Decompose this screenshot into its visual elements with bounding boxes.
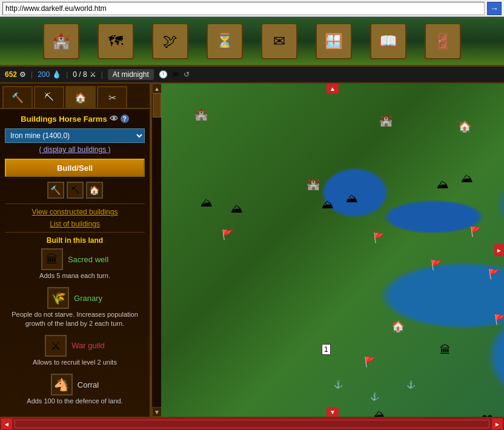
corral-name: Corral <box>78 380 99 389</box>
go-button[interactable]: → <box>487 2 502 15</box>
granary-desc: People do not starve. Increases populati… <box>5 310 145 328</box>
small-icon-pick: ⛏ <box>67 182 84 199</box>
sidebar-scrollbar: ▲ ▼ <box>151 84 161 417</box>
map-building-1[interactable]: 🏠 <box>458 120 471 133</box>
build-sell-button[interactable]: Build/Sell <box>5 159 145 177</box>
buildings-title: Buildings Horse Farms <box>21 114 107 124</box>
hscroll-track[interactable] <box>15 420 489 428</box>
tab-build[interactable]: 🔨 <box>2 86 33 108</box>
map-castle-3[interactable]: 🏰 <box>307 177 320 191</box>
tab-mine[interactable]: ⛏ <box>34 86 64 108</box>
divider-2 <box>5 232 145 233</box>
scroll-track <box>152 93 161 407</box>
castle-icon: 🏰 <box>43 23 79 59</box>
hourglass-icon: ⏳ <box>207 23 243 59</box>
war-guild-icon: ⚔ <box>45 335 67 357</box>
built-in-land-header: Built in this land <box>5 236 145 245</box>
sidebar-wrapper: 🔨 ⛏ 🏠 ✂ Buildings Horse Farms 👁 ? Iron m… <box>0 84 161 417</box>
map-flag-6[interactable]: 🚩 <box>494 314 504 325</box>
building-entry-row: 🏛 Sacred well <box>41 248 108 270</box>
small-icon-house: 🏠 <box>86 182 103 199</box>
nav-icon-castle[interactable]: 🏰 <box>40 20 82 62</box>
bird-icon: 🕊 <box>152 23 188 59</box>
url-input[interactable]: http://www.darkelf.eu/world.htm <box>2 2 485 15</box>
building-entry-war-guild: ⚔ War guild Allows to recruit level 2 un… <box>5 335 145 366</box>
nav-icon-hourglass[interactable]: ⏳ <box>204 20 246 62</box>
corral-icon: 🐴 <box>51 374 73 395</box>
map-flag-4[interactable]: 🚩 <box>470 226 482 237</box>
map-flag-7[interactable]: 🚩 <box>364 356 376 368</box>
hscroll-right-button[interactable]: ► <box>492 418 503 429</box>
building-entry-corral: 🐴 Corral Adds 100 to the defence of land… <box>5 374 145 405</box>
map-mountain-5: ⛰ <box>437 177 449 191</box>
hscroll-left-button[interactable]: ◄ <box>1 418 12 429</box>
map-scroll-up[interactable]: ▲ <box>327 84 339 93</box>
mana-value: 200 <box>38 70 50 79</box>
map-castle-5[interactable]: 🏘 <box>482 411 493 417</box>
map-area[interactable]: ▲ ► ▼ 🏰 🏰 🏰 🏠 🏘 🏙 🏛 🏠 🏠 🚩 🚩 🚩 🚩 🚩 🚩 <box>161 84 504 417</box>
clock-icon: 🕛 <box>159 70 168 79</box>
granary-icon: 🌾 <box>47 287 69 309</box>
visibility-icon[interactable]: 👁 <box>110 114 118 124</box>
map-flag-5[interactable]: 🚩 <box>488 268 500 280</box>
sacred-well-name: Sacred well <box>68 255 108 264</box>
nav-icon-book[interactable]: 📖 <box>367 20 409 62</box>
nav-icon-door[interactable]: 🚪 <box>422 20 464 62</box>
building-entry-row: ⚔ War guild <box>45 335 104 357</box>
map-scroll-right[interactable]: ► <box>494 244 504 256</box>
map-mountain-6: ⛰ <box>461 171 473 185</box>
map-mountain-7: ⛰ <box>373 408 385 417</box>
building-dropdown[interactable]: Iron mine (1400,0) Granary Sacred well W… <box>5 128 145 143</box>
nav-icon-window[interactable]: 🪟 <box>313 20 355 62</box>
help-icon[interactable]: ? <box>121 114 129 123</box>
tab-house[interactable]: 🏠 <box>65 86 96 108</box>
building-entry-row: 🐴 Corral <box>51 374 99 395</box>
tab-tools[interactable]: ✂ <box>97 86 127 108</box>
bottom-scrollbar: ◄ ► <box>0 417 504 430</box>
divider-1 <box>5 203 145 204</box>
map-anchor-1[interactable]: ⚓ <box>334 380 343 389</box>
status-bar: 652 ⚙ | 200 💧 | 0 / 8 ⚔ | At midnight 🕛 … <box>0 67 504 84</box>
list-buildings-link[interactable]: List of buildings <box>5 220 145 228</box>
scroll-down-button[interactable]: ▼ <box>152 407 162 417</box>
map-mountain-4: ⛰ <box>346 191 358 205</box>
building-entry-sacred-well: 🏛 Sacred well Adds 5 mana each turn. <box>5 248 145 280</box>
building-entry-granary: 🌾 Granary People do not starve. Increase… <box>5 287 145 328</box>
mana-icon: 💧 <box>52 70 61 79</box>
address-bar: http://www.darkelf.eu/world.htm → <box>0 0 504 17</box>
war-guild-name: War guild <box>71 341 104 350</box>
map-flag-3[interactable]: 🚩 <box>431 259 443 271</box>
sidebar-tabs: 🔨 ⛏ 🏠 ✂ <box>0 84 150 109</box>
gold-icon: ⚙ <box>19 70 26 79</box>
sidebar-content: Buildings Horse Farms 👁 ? Iron mine (140… <box>0 109 150 417</box>
sidebar: 🔨 ⛏ 🏠 ✂ Buildings Horse Farms 👁 ? Iron m… <box>0 84 151 417</box>
display-all-link[interactable]: ( display all buildings ) <box>5 145 145 154</box>
war-guild-desc: Allows to recruit level 2 units <box>33 358 117 366</box>
building-entry-row: 🌾 Granary <box>47 287 102 309</box>
view-constructed-link[interactable]: View constructed buildings <box>5 208 145 216</box>
map-castle-2[interactable]: 🏰 <box>379 114 393 127</box>
nav-icon-bird[interactable]: 🕊 <box>149 20 191 62</box>
refresh-icon[interactable]: ↺ <box>184 70 190 79</box>
mail-status-icon: ✉ <box>173 70 179 79</box>
map-anchor-2[interactable]: ⚓ <box>370 392 379 401</box>
window-icon: 🪟 <box>316 23 352 59</box>
scroll-thumb[interactable] <box>153 93 161 117</box>
game-map[interactable]: ▲ ► ▼ 🏰 🏰 🏰 🏠 🏘 🏙 🏛 🏠 🏠 🚩 🚩 🚩 🚩 🚩 🚩 <box>161 84 504 417</box>
map-castle-4[interactable]: 🏠 <box>391 320 405 333</box>
map-castle-1[interactable]: 🏰 <box>194 108 208 121</box>
buildings-header: Buildings Horse Farms 👁 ? <box>5 114 145 124</box>
map-scroll-down[interactable]: ▼ <box>327 407 339 417</box>
granary-name: Granary <box>74 294 102 303</box>
nav-icon-map[interactable]: 🗺 <box>94 20 137 62</box>
map-marker-1[interactable]: 1 <box>322 344 331 355</box>
map-mountain-2: ⛰ <box>231 202 243 216</box>
book-icon: 📖 <box>370 23 406 59</box>
map-flag-1[interactable]: 🚩 <box>222 229 234 240</box>
nav-icon-mail[interactable]: ✉ <box>258 20 300 62</box>
map-anchor-3[interactable]: ⚓ <box>406 380 416 389</box>
door-icon: 🚪 <box>425 23 461 59</box>
scroll-up-button[interactable]: ▲ <box>152 84 162 93</box>
map-castle-7[interactable]: 🏛 <box>440 344 451 357</box>
map-flag-2[interactable]: 🚩 <box>373 232 385 243</box>
